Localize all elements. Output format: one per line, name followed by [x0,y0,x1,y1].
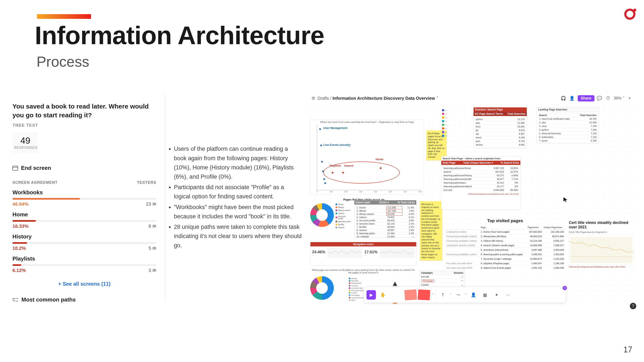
help-button[interactable]: ? [630,303,636,309]
tool-stamp[interactable]: 👤 [468,290,478,300]
brand-logo [624,8,636,20]
survey-question: You saved a book to read later. Where wo… [12,102,154,119]
svg-point-10 [312,96,315,100]
finding-bullet: "Workbooks" might have been the most pic… [174,203,302,221]
comment-icon[interactable]: 💬 [596,95,603,102]
add-icon[interactable]: + [626,95,633,102]
headset-icon[interactable]: 🎧 [560,95,567,102]
figjam-board: Drafts / Information Architecture Discov… [308,94,636,305]
figma-logo-icon [312,96,315,100]
legend-column: — — — — — — — — [442,109,459,138]
figjam-topbar: Drafts / Information Architecture Discov… [308,94,636,102]
nav-table: Event Label Clicks ▾ % Total Clicks 1. /… [354,200,416,238]
nav-users-title: Navigation users [353,243,374,246]
scatter-label-um: User Management [323,126,347,129]
starting-question: What pages are sessions of all platform … [310,269,416,274]
tool-sticky-swatches[interactable] [405,290,430,300]
see-all-screens-link[interactable]: See all screens (11) [12,281,156,287]
svg-point-2 [153,203,154,204]
avatar-icon[interactable]: 👤 [569,95,576,102]
accent-bar [37,14,91,19]
cert-decline-panel: Cert title views steadily declined over … [569,220,634,268]
svg-marker-11 [393,282,397,286]
scatter-label-home: Home [376,158,384,161]
breadcrumb-prefix: Drafts / [318,96,331,101]
startpage-title: Search Start Page – where a search origi… [441,156,520,161]
svg-point-9 [154,269,156,270]
kpi-hdr-right: Total Searches [508,112,526,115]
svg-point-5 [154,225,156,226]
tool-connector[interactable]: ⤳ [454,290,463,300]
svg-rect-0 [13,166,18,170]
donut-chart-2 [310,276,347,306]
metric-1: 24.46% [312,250,325,254]
common-paths-label: Most common paths [22,296,76,303]
survey-panel: You saved a book to read later. Where wo… [2,94,307,302]
nav-users-panel: Navigation users 24.46% — 17.61% — [310,242,416,266]
sp-hdr1: Start Page [443,161,455,164]
tool-table[interactable]: ▦ [480,290,490,300]
finding-bullet: Users of the platform can continue readi… [174,144,302,181]
sticky-note-3[interactable]: We know a majority of users are starting… [420,201,442,261]
agreement-row: History 10.2% 5 [12,233,156,251]
scatter-chart: Where are most of our users spending the… [310,120,424,195]
cert-foot: Filtered by Enterprise and Individual us… [569,266,634,268]
metric-2: 17.61% [364,250,378,254]
testers-label: TESTERS [137,180,156,185]
slide-subtitle: Process [36,53,89,70]
figjam-toolbar: ▶ ✋ ˄ T ˄ ⤳ ˄ 👤 ▦ ✦ ⋯ 4 [364,287,566,303]
zoom-level[interactable]: 39% ˅ [614,96,624,101]
svg-point-7 [154,247,156,248]
paths-icon [12,298,18,302]
tool-hand[interactable]: ✋ [378,290,388,300]
responses-count: 49 [14,136,36,146]
nt-hl: Event Label [356,201,370,204]
search-page-title: Scenario: Search Page [475,108,526,111]
tool-play[interactable]: ▶ [366,290,376,300]
startpage-foot: Filtered by Enterprise and Individual us… [441,193,520,196]
search-page-panel: Scenario: Search Page KC Page Search Ter… [473,107,527,148]
scatter-title: Where are most of our users spending the… [310,120,424,124]
cursor-icon [563,197,568,203]
nt-hr: % Total Clicks [398,201,415,204]
sticky-caret[interactable]: ˄ [432,293,434,297]
tool-widget[interactable]: ✦ [492,290,501,300]
top-visited-panel: Top visited pages PagePageviewsUnique Pa… [446,218,565,270]
landing-panel: Landing Page Searches SearchTotal Search… [537,107,599,144]
breadcrumb[interactable]: Drafts / Information Architecture Discov… [318,96,438,101]
toolbar-notif-badge: 4 [563,286,567,290]
share-button[interactable]: Share [578,95,594,101]
agreement-row: Home 16.33% 8 [12,211,156,229]
end-screen-row: End screen [12,165,156,171]
svg-point-8 [153,269,154,270]
svg-point-6 [153,247,154,248]
kpi-hdr-left: KC Page Search Terms [475,112,503,115]
svg-point-3 [154,203,156,204]
findings-bullets: Users of the platform can continue readi… [170,144,302,251]
timer-icon[interactable]: ⏱ [605,95,612,102]
end-screen-label: End screen [21,165,51,171]
window-icon [12,166,18,170]
donut-chart-1: /home/library/library-search/videos/acco… [310,203,351,238]
agreement-row: Playlists 6.12% 3 [12,255,156,273]
tool-text[interactable]: T [438,290,448,300]
figjam-canvas[interactable]: Where are most of our users spending the… [308,102,636,305]
sp-hdr3: % Search Exits [500,161,519,164]
cert-title: Cert title views steadily declined over … [569,220,634,230]
slide-title: Information Architecture [35,22,324,49]
svg-point-4 [153,225,154,226]
screen-agreement-label: SCREEN AGREEMENT [12,180,58,185]
top-visited-title: Top visited pages [446,218,565,223]
responses-label: RESPONSES [14,146,36,150]
responses-count-box: 49 RESPONSES [12,132,38,153]
startpage-panel: Search Start Page – where a search origi… [441,156,520,210]
scatter-label-live: Live Events (mostly) [323,143,350,146]
most-common-paths-row: Most common paths [12,296,156,303]
page-number: 17 [624,345,632,354]
finding-bullet: Participants did not associate "Profile"… [174,183,302,201]
landing-title: Landing Page Searches [537,107,599,112]
tool-more[interactable]: ⋯ [504,290,513,300]
nt-hc: Clicks ▾ [379,201,389,204]
finding-bullet: 28 unique paths were taken to complete t… [174,222,302,250]
breadcrumb-title: Information Architecture Discovery Data … [332,96,435,101]
